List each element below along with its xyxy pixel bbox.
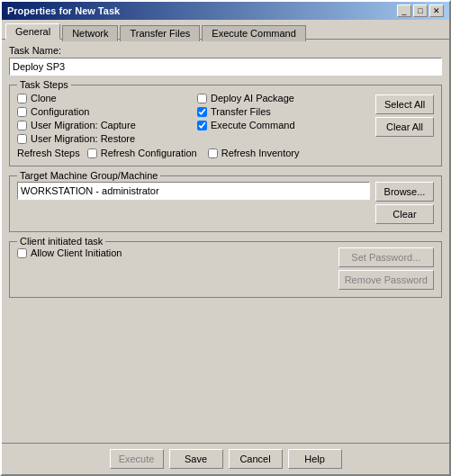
checkbox-user-migration-restore: User Migration: Restore (17, 133, 190, 144)
user-migration-restore-label: User Migration: Restore (31, 133, 135, 144)
allow-client-initiation-checkbox[interactable] (17, 248, 27, 258)
refresh-inventory-checkbox[interactable] (208, 148, 218, 158)
clone-label: Clone (31, 93, 57, 103)
window-title: Properties for New Task (7, 5, 120, 16)
user-migration-capture-checkbox[interactable] (17, 121, 27, 130)
execute-button[interactable]: Execute (110, 449, 164, 469)
task-name-input[interactable] (9, 58, 442, 76)
browse-button[interactable]: Browse... (375, 182, 434, 202)
refresh-config-checkbox[interactable] (87, 148, 97, 158)
bottom-bar: Execute Save Cancel Help (2, 443, 449, 474)
checkbox-refresh-inventory: Refresh Inventory (208, 148, 300, 158)
clear-button[interactable]: Clear (375, 204, 434, 224)
refresh-config-label: Refresh Configuration (101, 148, 197, 158)
configuration-checkbox[interactable] (17, 107, 27, 117)
content-area: Task Name: Task Steps Clone Deploy (2, 39, 449, 443)
set-password-button[interactable]: Set Password... (338, 247, 434, 267)
deploy-ai-label: Deploy AI Package (211, 93, 294, 103)
configuration-label: Configuration (31, 106, 89, 117)
help-button[interactable]: Help (288, 449, 342, 469)
task-steps-group: Task Steps Clone Deploy AI Package (9, 85, 442, 166)
task-steps-title: Task Steps (17, 79, 71, 90)
task-steps-container: Clone Deploy AI Package Configuration (17, 91, 434, 158)
target-machine-row: Browse... Clear (17, 182, 434, 224)
select-all-button[interactable]: Select All (375, 94, 434, 114)
clone-checkbox[interactable] (17, 94, 27, 103)
checkbox-clone: Clone (17, 93, 190, 103)
target-machine-title: Target Machine Group/Machine (17, 170, 160, 181)
task-name-section: Task Name: (9, 45, 442, 76)
checkbox-transfer-files: Transfer Files (197, 106, 370, 117)
refresh-steps-label: Refresh Steps (17, 148, 80, 158)
refresh-steps-row: Refresh Steps Refresh Configuration Refr… (17, 148, 370, 158)
close-button[interactable]: ✕ (429, 4, 444, 17)
client-initiated-group: Client initiated task Allow Client Initi… (9, 241, 442, 298)
user-migration-capture-label: User Migration: Capture (31, 120, 136, 130)
save-button[interactable]: Save (169, 449, 223, 469)
checkbox-user-migration-capture: User Migration: Capture (17, 120, 190, 130)
remove-password-button[interactable]: Remove Password (338, 270, 434, 290)
checkbox-refresh-config: Refresh Configuration (87, 148, 197, 158)
title-bar-controls: _ □ ✕ (397, 4, 444, 17)
allow-client-initiation-label: Allow Client Initiation (31, 247, 122, 258)
target-machine-group: Target Machine Group/Machine Browse... C… (9, 175, 442, 232)
target-machine-input[interactable] (17, 182, 370, 200)
cancel-button[interactable]: Cancel (229, 449, 283, 469)
transfer-files-label: Transfer Files (211, 106, 271, 117)
minimize-button[interactable]: _ (397, 4, 411, 17)
task-steps-side-buttons: Select All Clear All (375, 94, 434, 137)
transfer-files-checkbox[interactable] (197, 107, 207, 117)
tab-execute-command[interactable]: Execute Command (202, 25, 306, 41)
clear-all-button[interactable]: Clear All (375, 117, 434, 137)
tab-transfer-files[interactable]: Transfer Files (120, 25, 200, 41)
password-buttons: Set Password... Remove Password (338, 247, 434, 290)
task-name-label: Task Name: (9, 45, 442, 56)
main-window: Properties for New Task _ □ ✕ General Ne… (0, 0, 451, 476)
checkbox-deploy-ai: Deploy AI Package (197, 93, 370, 103)
checkbox-configuration: Configuration (17, 106, 190, 117)
title-bar: Properties for New Task _ □ ✕ (2, 2, 449, 20)
task-steps-checkboxes: Clone Deploy AI Package Configuration (17, 91, 370, 158)
execute-command-label: Execute Command (211, 120, 295, 130)
tab-general[interactable]: General (5, 23, 60, 40)
deploy-ai-checkbox[interactable] (197, 94, 207, 103)
client-initiated-content: Allow Client Initiation Set Password... … (17, 247, 434, 290)
allow-client-initiation-row: Allow Client Initiation (17, 247, 122, 258)
checkbox-execute-command: Execute Command (197, 120, 370, 130)
maximize-button[interactable]: □ (413, 4, 428, 17)
execute-command-checkbox[interactable] (197, 121, 207, 130)
user-migration-restore-checkbox[interactable] (17, 134, 27, 144)
tabs-bar: General Network Transfer Files Execute C… (2, 20, 449, 40)
tab-network[interactable]: Network (62, 25, 118, 41)
refresh-inventory-label: Refresh Inventory (221, 148, 300, 158)
checkboxes-grid: Clone Deploy AI Package Configuration (17, 93, 370, 144)
client-initiated-title: Client initiated task (17, 236, 105, 247)
target-machine-buttons: Browse... Clear (375, 182, 434, 224)
refresh-checkboxes: Refresh Configuration Refresh Inventory (87, 148, 370, 158)
